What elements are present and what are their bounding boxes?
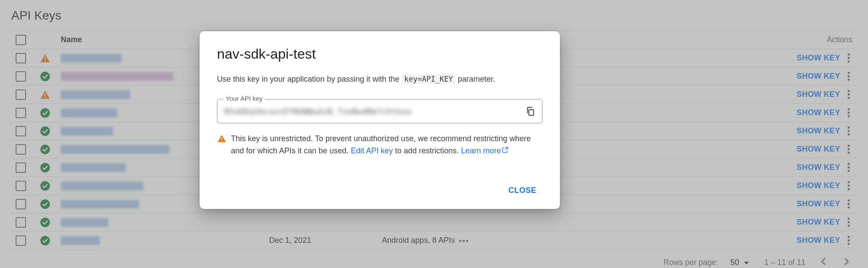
api-key-field[interactable]: M3oD8aZmcuvn5TBUWWuAzB_TxeBw4Rm7zVtGzw: [217, 99, 542, 123]
api-key-dialog: nav-sdk-api-test Use this key in your ap…: [200, 31, 560, 209]
dialog-body-suffix: parameter.: [456, 75, 495, 83]
dialog-body-code: key=API_KEY: [401, 74, 456, 84]
api-key-field-label: Your API key: [223, 95, 265, 102]
dialog-body-prefix: Use this key in your application by pass…: [217, 75, 401, 83]
copy-icon: [525, 106, 536, 116]
dialog-title: nav-sdk-api-test: [217, 46, 542, 62]
warning-icon: [217, 134, 227, 157]
warning-text: This key is unrestricted. To prevent una…: [231, 133, 542, 157]
close-button[interactable]: CLOSE: [502, 182, 542, 199]
svg-rect-13: [529, 110, 534, 116]
copy-api-key-button[interactable]: [524, 105, 536, 117]
external-link-icon: [502, 146, 509, 153]
svg-rect-15: [221, 141, 222, 142]
edit-api-key-link[interactable]: Edit API key: [351, 146, 393, 155]
svg-rect-14: [221, 138, 222, 140]
learn-more-link[interactable]: Learn more: [461, 146, 509, 155]
api-key-value: M3oD8aZmcuvn5TBUWWuAzB_TxeBw4Rm7zVtGzw: [224, 107, 518, 116]
